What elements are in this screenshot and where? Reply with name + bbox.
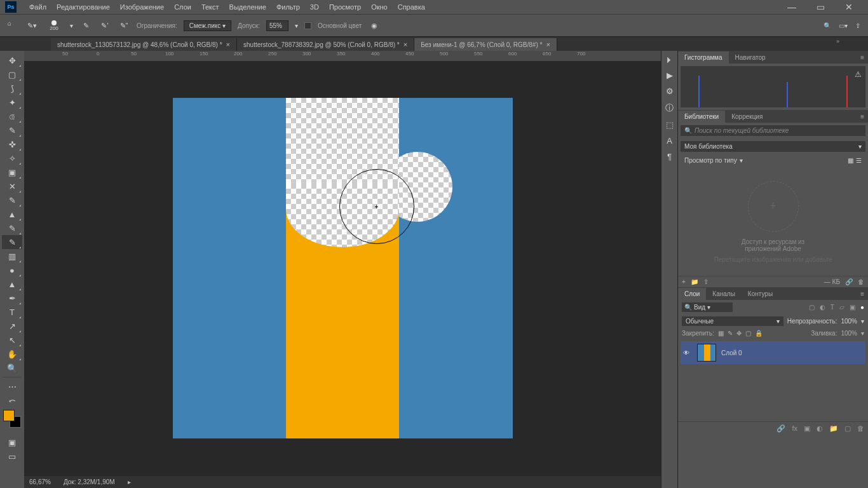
layer-thumbnail[interactable] <box>697 344 716 362</box>
document-tab[interactable]: shutterstock_788738392.jpg @ 50% (Слой 0… <box>237 38 414 51</box>
tab-navigator[interactable]: Навигатор <box>729 51 772 64</box>
ruler-tool[interactable]: ✧ <box>2 151 22 165</box>
delete-layer-icon[interactable]: 🗑 <box>857 424 864 433</box>
list-view-icon[interactable]: ☰ <box>856 157 862 164</box>
document-tab[interactable]: shutterstock_1130573132.jpg @ 48,6% (Сло… <box>51 38 237 51</box>
foreground-color[interactable] <box>3 410 15 421</box>
history-tool[interactable]: ✕ <box>2 179 22 193</box>
layer-kind-filter[interactable]: 🔍 Вид ▾ <box>682 302 733 312</box>
layer-row[interactable]: 👁 Слой 0 <box>681 341 865 364</box>
menu-layers[interactable]: Слои <box>174 3 191 11</box>
bg-eraser-tool[interactable]: ✎ <box>2 235 22 249</box>
move-tool[interactable]: ✥ <box>2 53 22 67</box>
layer-mask-icon[interactable]: ▣ <box>804 424 810 433</box>
sampling-once-icon[interactable]: ✎' <box>98 19 111 32</box>
close-icon[interactable]: ✕ <box>845 2 853 12</box>
folder-icon[interactable]: 📁 <box>691 278 698 285</box>
limits-dropdown[interactable]: Смеж.пикс ▾ <box>184 20 231 31</box>
chevron-down-icon[interactable]: ▾ <box>295 22 298 29</box>
path-tool[interactable]: ↗ <box>2 319 22 333</box>
edit-toolbar-icon[interactable]: ⋯ <box>2 379 22 393</box>
filter-type-icon[interactable]: T <box>831 304 834 311</box>
upload-icon[interactable]: ⇪ <box>703 278 709 285</box>
color-swatch[interactable] <box>3 410 21 428</box>
menu-image[interactable]: Изображение <box>120 3 164 11</box>
menu-file[interactable]: Файл <box>29 3 46 11</box>
minimize-icon[interactable]: — <box>787 2 796 12</box>
dodge-tool[interactable]: ▲ <box>2 277 22 291</box>
menu-help[interactable]: Справка <box>398 3 425 11</box>
panel-menu-icon[interactable]: ≡ <box>857 54 868 61</box>
visibility-icon[interactable]: 👁 <box>683 349 692 356</box>
actions-panel-icon[interactable]: ▶ <box>667 71 673 80</box>
wand-tool[interactable]: ✦ <box>2 95 22 109</box>
zoom-level[interactable]: 66,67% <box>29 478 51 485</box>
sampling-bg-icon[interactable]: ✎" <box>118 19 130 32</box>
marquee-tool[interactable]: ▢ <box>2 67 22 81</box>
filter-image-icon[interactable]: ▢ <box>809 304 815 311</box>
lasso-tool[interactable]: ⟆ <box>2 81 22 95</box>
canvas[interactable]: + <box>173 98 513 438</box>
brush-tool[interactable]: ✎ <box>2 193 22 207</box>
document-tab-active[interactable]: Без имени-1 @ 66,7% (Слой 0, RGB/8#) *× <box>414 38 557 51</box>
link-layers-icon[interactable]: 🔗 <box>776 424 785 433</box>
menu-3d[interactable]: 3D <box>310 3 319 11</box>
paragraph-panel-icon[interactable]: ¶ <box>667 152 672 161</box>
blur-tool[interactable]: ● <box>2 263 22 277</box>
crop-tool[interactable]: ⟃ <box>2 109 22 123</box>
library-drop-zone[interactable]: + Доступ к ресурсам из приложений Adobe … <box>678 168 868 276</box>
tab-paths[interactable]: Контуры <box>742 288 779 300</box>
menu-edit[interactable]: Редактирование <box>57 3 110 11</box>
quickmask-icon[interactable]: ▣ <box>2 435 22 449</box>
clone-tool[interactable]: ▲ <box>2 207 22 221</box>
tab-channels[interactable]: Каналы <box>706 288 742 300</box>
filter-smart-icon[interactable]: ▣ <box>850 304 855 311</box>
workspace-icon[interactable]: ▭▾ <box>839 22 848 29</box>
hand-tool[interactable]: ✋ <box>2 347 22 361</box>
layer-name[interactable]: Слой 0 <box>721 349 742 356</box>
opacity-value[interactable]: 100% <box>841 318 857 325</box>
share-icon[interactable]: ⇪ <box>855 22 860 29</box>
link-icon[interactable]: 🔗 <box>845 278 853 285</box>
healing-tool[interactable]: ✜ <box>2 137 22 151</box>
menu-select[interactable]: Выделение <box>229 3 266 11</box>
lock-paint-icon[interactable]: ✎ <box>728 330 733 337</box>
trash-icon[interactable]: 🗑 <box>858 278 864 285</box>
group-icon[interactable]: 📁 <box>829 424 838 433</box>
tab-layers[interactable]: Слои <box>678 288 706 300</box>
lock-transparent-icon[interactable]: ▦ <box>718 330 724 337</box>
sampling-continuous-icon[interactable]: ✎ <box>79 19 92 32</box>
type-tool[interactable]: T <box>2 305 22 319</box>
filter-shape-icon[interactable]: ▱ <box>839 304 844 311</box>
history-panel-icon[interactable]: ⏵ <box>665 55 674 64</box>
shape-tool[interactable]: ↖ <box>2 333 22 347</box>
filter-toggle-icon[interactable]: ● <box>860 304 864 311</box>
lock-all-icon[interactable]: 🔒 <box>755 330 763 337</box>
screenmode-icon[interactable]: ▭ <box>2 449 22 463</box>
adjustments-panel-icon[interactable]: ⬚ <box>666 120 674 130</box>
lock-artboard-icon[interactable]: ▢ <box>745 330 751 337</box>
library-filter[interactable]: Просмотр по типу ▾ ▦ ☰ <box>681 156 865 165</box>
warning-icon[interactable]: ⚠ <box>855 70 862 79</box>
tolerance-input[interactable]: 55% <box>266 20 288 31</box>
tab-close-icon[interactable]: × <box>546 41 550 48</box>
stamp-tool[interactable]: ▣ <box>2 165 22 179</box>
swap-colors-icon[interactable]: ⤺ <box>2 393 22 407</box>
tab-histogram[interactable]: Гистограмма <box>678 51 729 64</box>
expand-panels-icon[interactable]: » <box>836 38 839 44</box>
tool-preset-icon[interactable]: ✎▾ <box>25 19 38 32</box>
fill-value[interactable]: 100% <box>841 330 857 337</box>
tab-correction[interactable]: Коррекция <box>725 111 769 123</box>
panel-menu-icon[interactable]: ≡ <box>857 113 868 120</box>
brush-preview[interactable]: 200 <box>44 16 64 35</box>
tab-libraries[interactable]: Библиотеки <box>678 111 725 123</box>
gradient-tool[interactable]: ▥ <box>2 249 22 263</box>
grid-view-icon[interactable]: ▦ <box>848 157 853 164</box>
tab-close-icon[interactable]: × <box>403 41 407 48</box>
chevron-down-icon[interactable]: ▾ <box>70 22 73 29</box>
tab-close-icon[interactable]: × <box>226 41 230 48</box>
new-layer-icon[interactable]: ▢ <box>844 424 851 433</box>
menu-view[interactable]: Просмотр <box>329 3 361 11</box>
info-panel-icon[interactable]: ⓘ <box>665 102 674 114</box>
pen-tool[interactable]: ✒ <box>2 291 22 305</box>
